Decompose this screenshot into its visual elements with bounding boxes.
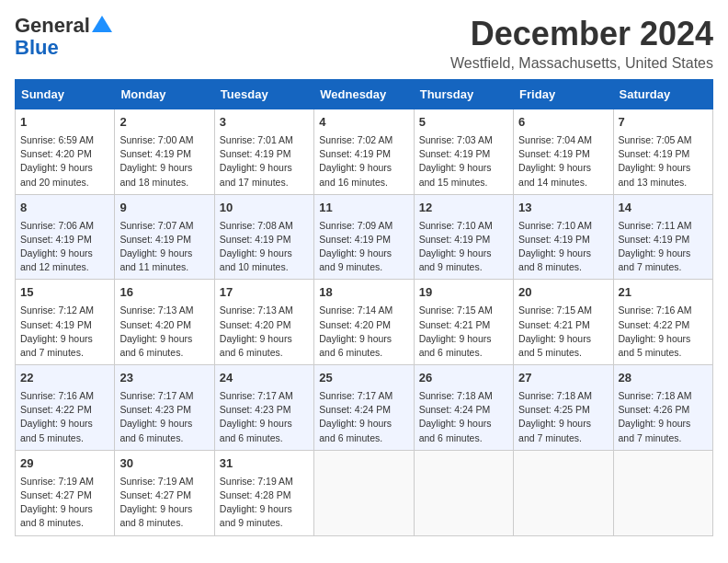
table-row: 17Sunrise: 7:13 AMSunset: 4:20 PMDayligh…	[214, 280, 313, 365]
day-info: Sunrise: 7:13 AMSunset: 4:20 PMDaylight:…	[119, 304, 209, 360]
day-number: 28	[619, 370, 708, 387]
table-row: 29Sunrise: 7:19 AMSunset: 4:27 PMDayligh…	[16, 450, 115, 535]
calendar-table: Sunday Monday Tuesday Wednesday Thursday…	[15, 79, 713, 536]
location-title: Westfield, Massachusetts, United States	[450, 55, 713, 72]
table-row: 18Sunrise: 7:14 AMSunset: 4:20 PMDayligh…	[314, 280, 414, 365]
day-number: 8	[20, 200, 109, 217]
table-row: 5Sunrise: 7:03 AMSunset: 4:19 PMDaylight…	[414, 109, 513, 195]
day-info: Sunrise: 7:01 AMSunset: 4:19 PMDaylight:…	[220, 133, 309, 190]
calendar-week-row: 15Sunrise: 7:12 AMSunset: 4:19 PMDayligh…	[16, 280, 713, 365]
day-number: 12	[419, 200, 508, 217]
day-info: Sunrise: 7:05 AMSunset: 4:19 PMDaylight:…	[619, 133, 708, 190]
table-row: 25Sunrise: 7:17 AMSunset: 4:24 PMDayligh…	[314, 365, 414, 451]
day-number: 20	[518, 284, 608, 302]
day-number: 5	[419, 114, 508, 132]
table-row: 22Sunrise: 7:16 AMSunset: 4:22 PMDayligh…	[16, 365, 115, 451]
day-number: 26	[419, 370, 508, 387]
calendar-week-row: 29Sunrise: 7:19 AMSunset: 4:27 PMDayligh…	[16, 450, 713, 535]
table-row: 24Sunrise: 7:17 AMSunset: 4:23 PMDayligh…	[214, 365, 313, 451]
day-number: 29	[20, 455, 109, 473]
day-info: Sunrise: 7:13 AMSunset: 4:20 PMDaylight:…	[220, 304, 309, 360]
day-info: Sunrise: 7:15 AMSunset: 4:21 PMDaylight:…	[518, 304, 608, 360]
table-row: 7Sunrise: 7:05 AMSunset: 4:19 PMDaylight…	[613, 109, 712, 195]
weekday-friday: Friday	[514, 80, 613, 109]
day-info: Sunrise: 7:04 AMSunset: 4:19 PMDaylight:…	[518, 133, 608, 190]
day-number: 17	[220, 284, 309, 302]
day-number: 9	[119, 200, 209, 217]
weekday-thursday: Thursday	[414, 80, 513, 109]
day-info: Sunrise: 7:03 AMSunset: 4:19 PMDaylight:…	[419, 133, 508, 190]
table-row: 28Sunrise: 7:18 AMSunset: 4:26 PMDayligh…	[613, 365, 712, 451]
day-info: Sunrise: 7:16 AMSunset: 4:22 PMDaylight:…	[619, 304, 708, 360]
table-row: 23Sunrise: 7:17 AMSunset: 4:23 PMDayligh…	[115, 365, 214, 451]
day-number: 15	[20, 284, 109, 302]
logo-blue: Blue	[15, 37, 59, 59]
day-info: Sunrise: 7:19 AMSunset: 4:27 PMDaylight:…	[20, 475, 109, 531]
table-row	[613, 450, 712, 535]
day-info: Sunrise: 7:10 AMSunset: 4:19 PMDaylight:…	[419, 219, 508, 275]
day-info: Sunrise: 7:10 AMSunset: 4:19 PMDaylight:…	[518, 219, 608, 275]
table-row: 4Sunrise: 7:02 AMSunset: 4:19 PMDaylight…	[314, 109, 414, 195]
day-number: 27	[518, 370, 608, 387]
calendar-body: 1Sunrise: 6:59 AMSunset: 4:20 PMDaylight…	[16, 109, 713, 536]
day-info: Sunrise: 7:18 AMSunset: 4:26 PMDaylight:…	[619, 389, 708, 445]
day-info: Sunrise: 7:17 AMSunset: 4:24 PMDaylight:…	[319, 389, 408, 445]
day-info: Sunrise: 7:02 AMSunset: 4:19 PMDaylight:…	[319, 133, 408, 190]
table-row: 12Sunrise: 7:10 AMSunset: 4:19 PMDayligh…	[414, 194, 513, 280]
day-number: 21	[619, 284, 708, 302]
day-number: 16	[119, 284, 209, 302]
day-number: 30	[119, 455, 209, 473]
day-number: 1	[20, 114, 109, 132]
table-row: 15Sunrise: 7:12 AMSunset: 4:19 PMDayligh…	[16, 280, 115, 365]
day-number: 23	[119, 370, 209, 387]
day-info: Sunrise: 7:12 AMSunset: 4:19 PMDaylight:…	[20, 304, 109, 360]
day-info: Sunrise: 7:19 AMSunset: 4:28 PMDaylight:…	[220, 475, 309, 531]
table-row: 1Sunrise: 6:59 AMSunset: 4:20 PMDaylight…	[16, 109, 115, 195]
table-row: 9Sunrise: 7:07 AMSunset: 4:19 PMDaylight…	[115, 194, 214, 280]
day-number: 18	[319, 284, 408, 302]
logo-general: General	[15, 15, 90, 37]
logo: General Blue	[15, 15, 112, 59]
day-info: Sunrise: 7:17 AMSunset: 4:23 PMDaylight:…	[119, 389, 209, 445]
day-number: 19	[419, 284, 508, 302]
table-row: 6Sunrise: 7:04 AMSunset: 4:19 PMDaylight…	[514, 109, 613, 195]
day-info: Sunrise: 7:15 AMSunset: 4:21 PMDaylight:…	[419, 304, 508, 360]
day-number: 2	[119, 114, 209, 132]
day-info: Sunrise: 7:16 AMSunset: 4:22 PMDaylight:…	[20, 389, 109, 445]
table-row: 27Sunrise: 7:18 AMSunset: 4:25 PMDayligh…	[514, 365, 613, 451]
day-info: Sunrise: 7:09 AMSunset: 4:19 PMDaylight:…	[319, 219, 408, 275]
table-row: 13Sunrise: 7:10 AMSunset: 4:19 PMDayligh…	[514, 194, 613, 280]
table-row: 3Sunrise: 7:01 AMSunset: 4:19 PMDaylight…	[214, 109, 313, 195]
day-info: Sunrise: 7:18 AMSunset: 4:25 PMDaylight:…	[518, 389, 608, 445]
weekday-saturday: Saturday	[613, 80, 712, 109]
table-row: 20Sunrise: 7:15 AMSunset: 4:21 PMDayligh…	[514, 280, 613, 365]
table-row: 19Sunrise: 7:15 AMSunset: 4:21 PMDayligh…	[414, 280, 513, 365]
month-title: December 2024	[450, 15, 713, 53]
day-info: Sunrise: 6:59 AMSunset: 4:20 PMDaylight:…	[20, 133, 109, 190]
weekday-wednesday: Wednesday	[314, 80, 414, 109]
weekday-sunday: Sunday	[16, 80, 115, 109]
day-number: 31	[220, 455, 309, 473]
day-info: Sunrise: 7:00 AMSunset: 4:19 PMDaylight:…	[119, 133, 209, 190]
table-row: 31Sunrise: 7:19 AMSunset: 4:28 PMDayligh…	[214, 450, 313, 535]
table-row: 14Sunrise: 7:11 AMSunset: 4:19 PMDayligh…	[613, 194, 712, 280]
day-info: Sunrise: 7:18 AMSunset: 4:24 PMDaylight:…	[419, 389, 508, 445]
day-info: Sunrise: 7:06 AMSunset: 4:19 PMDaylight:…	[20, 219, 109, 275]
day-info: Sunrise: 7:19 AMSunset: 4:27 PMDaylight:…	[119, 475, 209, 531]
day-number: 4	[319, 114, 408, 132]
day-info: Sunrise: 7:17 AMSunset: 4:23 PMDaylight:…	[220, 389, 309, 445]
table-row	[514, 450, 613, 535]
day-number: 11	[319, 200, 408, 217]
day-info: Sunrise: 7:07 AMSunset: 4:19 PMDaylight:…	[119, 219, 209, 275]
day-number: 13	[518, 200, 608, 217]
day-number: 24	[220, 370, 309, 387]
weekday-tuesday: Tuesday	[214, 80, 313, 109]
weekday-monday: Monday	[115, 80, 214, 109]
calendar-header: Sunday Monday Tuesday Wednesday Thursday…	[16, 80, 713, 109]
calendar-week-row: 22Sunrise: 7:16 AMSunset: 4:22 PMDayligh…	[16, 365, 713, 451]
calendar-week-row: 8Sunrise: 7:06 AMSunset: 4:19 PMDaylight…	[16, 194, 713, 280]
day-number: 7	[619, 114, 708, 132]
table-row: 11Sunrise: 7:09 AMSunset: 4:19 PMDayligh…	[314, 194, 414, 280]
day-number: 6	[518, 114, 608, 132]
day-number: 10	[220, 200, 309, 217]
